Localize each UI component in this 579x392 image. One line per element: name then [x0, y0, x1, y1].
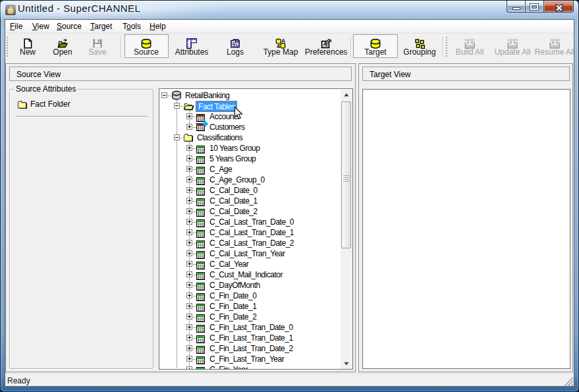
- svg-text:A: A: [281, 38, 285, 44]
